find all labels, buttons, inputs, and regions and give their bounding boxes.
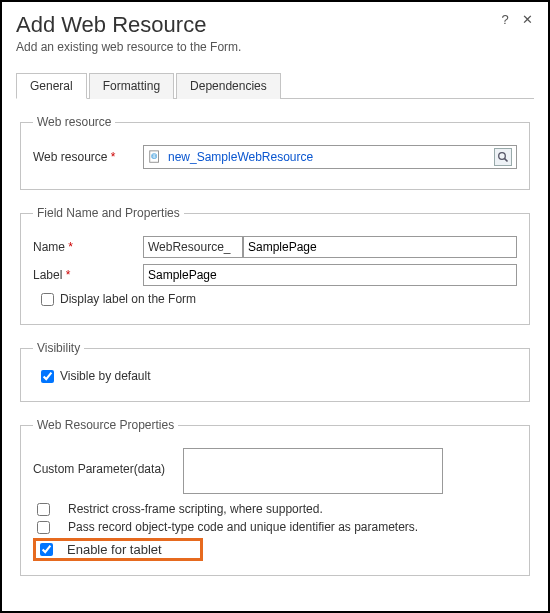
lookup-search-icon[interactable] [494, 148, 512, 166]
label-web-resource: Web resource * [33, 150, 143, 164]
legend-web-resource: Web resource [33, 115, 115, 129]
enable-tablet-checkbox[interactable] [40, 543, 53, 556]
visible-by-default-text: Visible by default [60, 369, 151, 383]
help-icon[interactable]: ? [498, 12, 512, 26]
name-input[interactable] [243, 236, 517, 258]
label-label: Label * [33, 268, 143, 282]
svg-rect-2 [495, 149, 512, 166]
pass-record-checkbox[interactable] [37, 521, 50, 534]
group-visibility: Visibility Visible by default [20, 341, 530, 402]
legend-field-name-properties: Field Name and Properties [33, 206, 184, 220]
close-icon[interactable]: ✕ [520, 12, 534, 26]
restrict-cross-frame-checkbox[interactable] [37, 503, 50, 516]
enable-tablet-highlight: Enable for tablet [33, 538, 203, 561]
restrict-cross-frame-text: Restrict cross-frame scripting, where su… [68, 502, 323, 516]
tab-formatting[interactable]: Formatting [89, 73, 174, 99]
legend-visibility: Visibility [33, 341, 84, 355]
tab-dependencies[interactable]: Dependencies [176, 73, 281, 99]
webres-doc-icon [148, 150, 162, 164]
group-field-name-properties: Field Name and Properties Name * Label *… [20, 206, 530, 325]
dialog-title: Add Web Resource [16, 12, 490, 38]
group-web-resource-properties: Web Resource Properties Custom Parameter… [20, 418, 530, 576]
name-prefix-input [143, 236, 243, 258]
tab-general[interactable]: General [16, 73, 87, 99]
label-custom-parameter: Custom Parameter(data) [33, 448, 183, 476]
pass-record-text: Pass record object-type code and unique … [68, 520, 418, 534]
label-name: Name * [33, 240, 143, 254]
enable-tablet-text: Enable for tablet [67, 542, 162, 557]
visible-by-default-checkbox[interactable] [41, 370, 54, 383]
display-label-text: Display label on the Form [60, 292, 196, 306]
web-resource-lookup[interactable]: new_SampleWebResource [143, 145, 517, 169]
legend-web-resource-properties: Web Resource Properties [33, 418, 178, 432]
custom-parameter-input[interactable] [183, 448, 443, 494]
label-input[interactable] [143, 264, 517, 286]
tab-strip: General Formatting Dependencies [16, 72, 534, 99]
dialog-subtitle: Add an existing web resource to the Form… [16, 40, 534, 54]
web-resource-link[interactable]: new_SampleWebResource [168, 150, 313, 164]
group-web-resource: Web resource Web resource * new_SampleWe… [20, 115, 530, 190]
display-label-checkbox[interactable] [41, 293, 54, 306]
